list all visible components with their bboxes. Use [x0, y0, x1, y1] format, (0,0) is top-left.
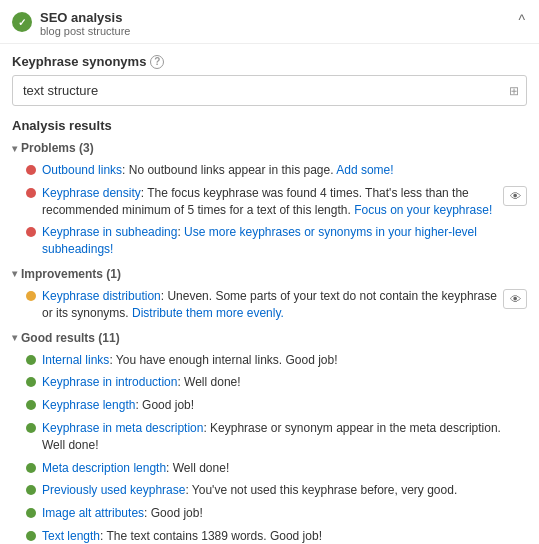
- keyphrase-label-text: Keyphrase synonyms: [12, 54, 146, 69]
- eye-button[interactable]: 👁: [503, 289, 527, 309]
- problems-header[interactable]: ▾ Problems (3): [12, 141, 527, 155]
- panel-header: ✓ SEO analysis blog post structure ^: [0, 0, 539, 44]
- keyphrase-distribution-link[interactable]: Keyphrase distribution: [42, 289, 161, 303]
- result-text: Internal links: You have enough internal…: [42, 352, 527, 369]
- problems-chevron: ▾: [12, 143, 17, 154]
- result-text: Image alt attributes: Good job!: [42, 505, 527, 522]
- improvements-header[interactable]: ▾ Improvements (1): [12, 267, 527, 281]
- result-text: Keyphrase in meta description: Keyphrase…: [42, 420, 527, 454]
- result-text: Meta description length: Well done!: [42, 460, 527, 477]
- panel-subtitle: blog post structure: [40, 25, 131, 37]
- header-left: ✓ SEO analysis blog post structure: [12, 10, 131, 37]
- good-results-group: ▾ Good results (11) Internal links: You …: [12, 331, 527, 544]
- panel-title: SEO analysis: [40, 10, 131, 25]
- focus-keyphrase-link[interactable]: Focus on your keyphrase!: [354, 203, 492, 217]
- distribute-link[interactable]: Distribute them more evenly.: [132, 306, 284, 320]
- status-dot-red: [26, 165, 36, 175]
- good-results-chevron: ▾: [12, 332, 17, 343]
- keyphrase-density-link[interactable]: Keyphrase density: [42, 186, 141, 200]
- keyphrase-input[interactable]: [12, 75, 527, 106]
- internal-links-link[interactable]: Internal links: [42, 353, 109, 367]
- good-results-header[interactable]: ▾ Good results (11): [12, 331, 527, 345]
- collapse-button[interactable]: ^: [516, 10, 527, 30]
- status-dot-green: [26, 531, 36, 541]
- status-dot-green: [26, 377, 36, 387]
- list-item: Keyphrase in meta description: Keyphrase…: [12, 417, 527, 457]
- header-text: SEO analysis blog post structure: [40, 10, 131, 37]
- meta-description-length-link[interactable]: Meta description length: [42, 461, 166, 475]
- list-item: Internal links: You have enough internal…: [12, 349, 527, 372]
- help-icon[interactable]: ?: [150, 55, 164, 69]
- problems-group: ▾ Problems (3) Outbound links: No outbou…: [12, 141, 527, 261]
- eye-button[interactable]: 👁: [503, 186, 527, 206]
- image-alt-attributes-link[interactable]: Image alt attributes: [42, 506, 144, 520]
- good-results-label: Good results (11): [21, 331, 120, 345]
- list-item: Outbound links: No outbound links appear…: [12, 159, 527, 182]
- status-dot-orange: [26, 291, 36, 301]
- list-item: Image alt attributes: Good job!: [12, 502, 527, 525]
- list-item: Keyphrase length: Good job!: [12, 394, 527, 417]
- text-length-link[interactable]: Text length: [42, 529, 100, 543]
- keyphrase-introduction-link[interactable]: Keyphrase in introduction: [42, 375, 177, 389]
- seo-panel: ✓ SEO analysis blog post structure ^ Key…: [0, 0, 539, 544]
- result-text: Text length: The text contains 1389 word…: [42, 528, 527, 544]
- status-dot-green: [26, 485, 36, 495]
- improvements-group: ▾ Improvements (1) Keyphrase distributio…: [12, 267, 527, 325]
- result-text: Keyphrase density: The focus keyphrase w…: [42, 185, 497, 219]
- outbound-links-link[interactable]: Outbound links: [42, 163, 122, 177]
- list-item: Keyphrase distribution: Uneven. Some par…: [12, 285, 527, 325]
- keyphrase-length-link[interactable]: Keyphrase length: [42, 398, 135, 412]
- result-text: Previously used keyphrase: You've not us…: [42, 482, 527, 499]
- status-dot-green: [26, 355, 36, 365]
- keyphrase-meta-description-link[interactable]: Keyphrase in meta description: [42, 421, 203, 435]
- result-text: Outbound links: No outbound links appear…: [42, 162, 527, 179]
- improvements-chevron: ▾: [12, 268, 17, 279]
- list-item: Keyphrase in introduction: Well done!: [12, 371, 527, 394]
- result-text: Keyphrase in introduction: Well done!: [42, 374, 527, 391]
- analysis-title: Analysis results: [12, 118, 527, 133]
- keyphrase-section: Keyphrase synonyms ? ⊞ Analysis results …: [0, 44, 539, 544]
- result-text: Keyphrase distribution: Uneven. Some par…: [42, 288, 497, 322]
- status-dot-red: [26, 188, 36, 198]
- status-dot-green: [26, 400, 36, 410]
- status-dot-green: [26, 463, 36, 473]
- list-item: Text length: The text contains 1389 word…: [12, 525, 527, 544]
- improvements-label: Improvements (1): [21, 267, 121, 281]
- result-text: Keyphrase length: Good job!: [42, 397, 527, 414]
- input-clear-icon: ⊞: [509, 84, 519, 98]
- keyphrase-label: Keyphrase synonyms ?: [12, 54, 527, 69]
- status-dot-green: [26, 423, 36, 433]
- status-dot-red: [26, 227, 36, 237]
- list-item: Previously used keyphrase: You've not us…: [12, 479, 527, 502]
- add-some-link[interactable]: Add some!: [336, 163, 393, 177]
- keyphrase-subheading-link[interactable]: Keyphrase in subheading: [42, 225, 177, 239]
- previously-used-keyphrase-link[interactable]: Previously used keyphrase: [42, 483, 185, 497]
- result-text: Keyphrase in subheading: Use more keyphr…: [42, 224, 527, 258]
- status-dot-green: [26, 508, 36, 518]
- list-item: Meta description length: Well done!: [12, 457, 527, 480]
- seo-icon: ✓: [12, 12, 32, 32]
- list-item: Keyphrase density: The focus keyphrase w…: [12, 182, 527, 222]
- problems-label: Problems (3): [21, 141, 94, 155]
- list-item: Keyphrase in subheading: Use more keyphr…: [12, 221, 527, 261]
- input-wrapper: ⊞: [12, 75, 527, 106]
